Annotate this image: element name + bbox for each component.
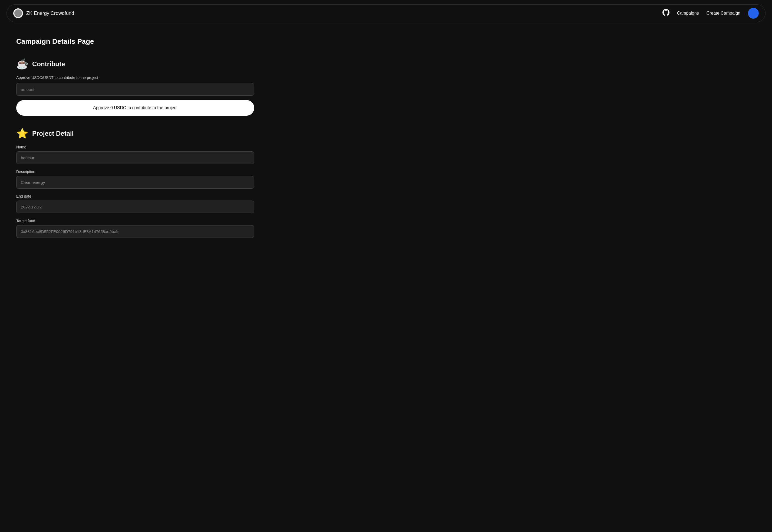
logo-inner (14, 9, 22, 17)
end-date-group: End date (16, 194, 254, 213)
github-icon[interactable] (662, 9, 670, 18)
end-date-label: End date (16, 194, 254, 198)
project-detail-title: Project Detail (32, 130, 74, 137)
description-group: Description (16, 169, 254, 189)
app-title: ZK Energy Crowdfund (26, 11, 74, 16)
create-campaign-link[interactable]: Create Campaign (707, 11, 740, 16)
name-input[interactable] (16, 151, 254, 164)
name-group: Name (16, 145, 254, 164)
approve-button[interactable]: Approve 0 USDC to contribute to the proj… (16, 100, 254, 116)
connect-wallet-button[interactable] (748, 8, 759, 19)
end-date-input[interactable] (16, 201, 254, 213)
description-label: Description (16, 169, 254, 174)
main-content: Campaign Details Page ☕ Contribute Appro… (0, 26, 270, 262)
contribute-title: Contribute (32, 60, 65, 68)
description-input[interactable] (16, 176, 254, 189)
app-logo (13, 8, 23, 18)
contribute-description: Approve USDC/USDT to contribute to the p… (16, 75, 254, 80)
star-icon: ⭐ (16, 129, 28, 138)
project-detail-header: ⭐ Project Detail (16, 129, 254, 138)
amount-input[interactable] (16, 83, 254, 96)
navbar-left: ZK Energy Crowdfund (13, 8, 74, 18)
name-label: Name (16, 145, 254, 149)
page-title: Campaign Details Page (16, 37, 254, 46)
contribute-header: ☕ Contribute (16, 59, 254, 69)
coffee-icon: ☕ (16, 59, 28, 69)
contribute-section: ☕ Contribute Approve USDC/USDT to contri… (16, 59, 254, 116)
navbar: ZK Energy Crowdfund Campaigns Create Cam… (6, 4, 766, 22)
campaigns-link[interactable]: Campaigns (677, 11, 699, 16)
project-detail-section: ⭐ Project Detail Name Description End da… (16, 129, 254, 238)
target-fund-input[interactable] (16, 225, 254, 238)
target-fund-group: Target fund (16, 219, 254, 238)
target-fund-label: Target fund (16, 219, 254, 223)
navbar-right: Campaigns Create Campaign (662, 8, 759, 19)
